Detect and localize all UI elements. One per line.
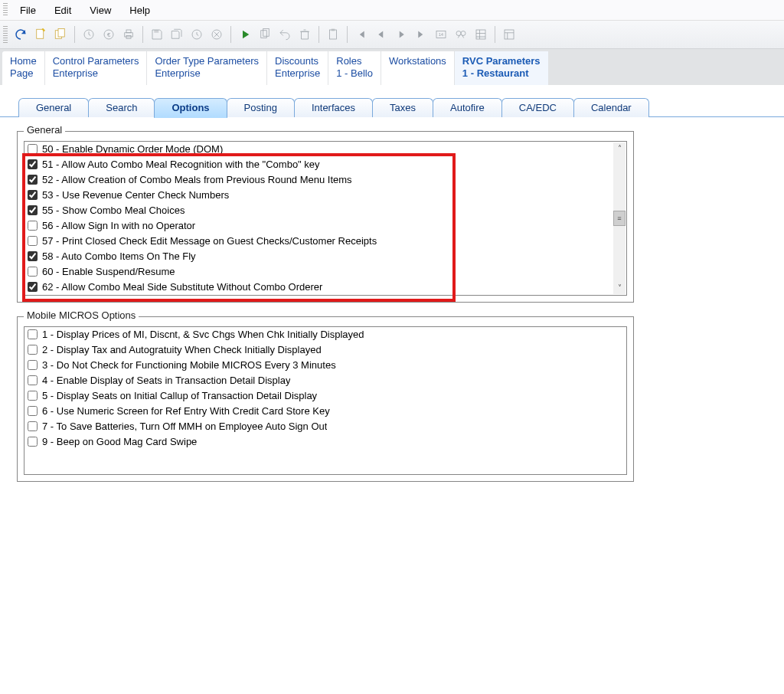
- nav-tab-subtitle: 1 - Restaurant: [462, 67, 541, 80]
- new-doc-icon[interactable]: [31, 25, 50, 44]
- undo-icon[interactable]: [276, 25, 294, 44]
- option-row[interactable]: 6 - Use Numeric Screen for Ref Entry Wit…: [24, 404, 626, 419]
- option-row[interactable]: 3 - Do Not Check for Functioning Mobile …: [24, 358, 626, 373]
- option-checkbox[interactable]: [28, 345, 38, 355]
- nav-tab-subtitle: [389, 67, 446, 80]
- sub-tab[interactable]: Autofire: [433, 98, 502, 117]
- option-checkbox[interactable]: [28, 144, 38, 154]
- option-row[interactable]: 9 - Beep on Good Mag Card Swipe: [24, 434, 626, 450]
- option-checkbox[interactable]: [28, 221, 38, 231]
- nav-tab[interactable]: RVC Parameters1 - Restaurant: [455, 51, 549, 85]
- option-row[interactable]: 50 - Enable Dynamic Order Mode (DOM): [24, 142, 612, 157]
- scroll-up-icon[interactable]: ˄: [614, 142, 625, 155]
- nav-tab[interactable]: HomePage: [2, 51, 45, 85]
- workspace: GeneralSearchOptionsPostingInterfacesTax…: [0, 85, 784, 482]
- option-row[interactable]: 1 - Display Prices of MI, Discnt, & Svc …: [24, 327, 626, 342]
- svg-rect-7: [126, 30, 131, 33]
- currency-icon[interactable]: €: [100, 25, 118, 44]
- option-label: 1 - Display Prices of MI, Discnt, & Svc …: [42, 327, 364, 342]
- scroll-down-icon[interactable]: ˅: [614, 282, 625, 294]
- option-checkbox[interactable]: [28, 437, 38, 447]
- duplicate-doc-icon[interactable]: [51, 25, 70, 44]
- svg-rect-14: [330, 30, 337, 39]
- option-row[interactable]: 58 - Auto Combo Items On The Fly: [24, 249, 612, 264]
- play-icon[interactable]: [236, 25, 254, 44]
- sub-tab[interactable]: General: [18, 98, 89, 117]
- nav-tab[interactable]: Control ParametersEnterprise: [45, 51, 148, 85]
- nav-tab[interactable]: Order Type ParametersEnterprise: [147, 51, 267, 85]
- sub-tab[interactable]: Posting: [227, 98, 295, 117]
- first-icon[interactable]: [352, 25, 371, 44]
- svg-rect-9: [154, 30, 158, 33]
- nav-tab-subtitle: Enterprise: [155, 67, 259, 80]
- grid-icon[interactable]: [472, 25, 490, 44]
- mobile-options-list[interactable]: 1 - Display Prices of MI, Discnt, & Svc …: [24, 326, 627, 475]
- option-checkbox[interactable]: [28, 406, 38, 416]
- sub-tab[interactable]: CA/EDC: [501, 98, 574, 117]
- menu-edit[interactable]: Edit: [45, 2, 80, 18]
- scrollbar[interactable]: ˄ ≡ ˅: [613, 142, 626, 294]
- sub-tab[interactable]: Taxes: [372, 98, 433, 117]
- option-checkbox[interactable]: [28, 360, 38, 370]
- clock-icon[interactable]: [80, 25, 98, 44]
- option-checkbox[interactable]: [28, 159, 38, 169]
- last-icon[interactable]: [412, 25, 430, 44]
- nav-tab[interactable]: DiscountsEnterprise: [267, 51, 328, 85]
- option-row[interactable]: 57 - Print Closed Check Edit Message on …: [24, 234, 612, 249]
- save-icon[interactable]: [148, 25, 166, 44]
- option-checkbox[interactable]: [28, 282, 38, 292]
- option-checkbox[interactable]: [28, 251, 38, 261]
- nav-tab[interactable]: Roles1 - Bello: [328, 51, 381, 85]
- goto-icon[interactable]: 14: [432, 25, 450, 44]
- option-checkbox[interactable]: [28, 236, 38, 246]
- option-row[interactable]: 52 - Allow Creation of Combo Meals from …: [24, 172, 612, 188]
- history-icon[interactable]: [188, 25, 206, 44]
- option-row[interactable]: 2 - Display Tax and Autogratuity When Ch…: [24, 342, 626, 358]
- nav-tab-subtitle: Enterprise: [275, 67, 320, 80]
- general-options-list[interactable]: 50 - Enable Dynamic Order Mode (DOM)51 -…: [24, 141, 627, 296]
- nav-tab[interactable]: Workstations: [381, 51, 455, 85]
- find-icon[interactable]: [452, 25, 470, 44]
- refresh-icon[interactable]: [11, 25, 30, 44]
- option-checkbox[interactable]: [28, 375, 38, 385]
- next-icon[interactable]: [392, 25, 410, 44]
- option-row[interactable]: 55 - Show Combo Meal Choices: [24, 203, 612, 218]
- option-checkbox[interactable]: [28, 329, 38, 339]
- save-all-icon[interactable]: [168, 25, 186, 44]
- scroll-thumb[interactable]: ≡: [613, 211, 626, 226]
- option-checkbox[interactable]: [28, 205, 38, 215]
- option-row[interactable]: 7 - To Save Batteries, Turn Off MMH on E…: [24, 419, 626, 434]
- option-checkbox[interactable]: [28, 190, 38, 200]
- sub-tab[interactable]: Search: [88, 98, 155, 117]
- option-row[interactable]: 4 - Enable Display of Seats in Transacti…: [24, 373, 626, 388]
- option-row[interactable]: 62 - Allow Combo Meal Side Substitute Wi…: [24, 280, 612, 295]
- form-icon[interactable]: [500, 25, 518, 44]
- option-row[interactable]: 51 - Allow Auto Combo Meal Recognition w…: [24, 157, 612, 172]
- prev-icon[interactable]: [372, 25, 390, 44]
- option-row[interactable]: 56 - Allow Sign In with no Operator: [24, 218, 612, 234]
- delete-icon[interactable]: [296, 25, 314, 44]
- menu-file[interactable]: File: [11, 2, 45, 18]
- option-row[interactable]: 53 - Use Revenue Center Check Numbers: [24, 188, 612, 203]
- menu-help[interactable]: Help: [120, 2, 159, 18]
- nav-tab-title: Home: [10, 55, 37, 67]
- paste-icon[interactable]: [324, 25, 342, 44]
- option-checkbox[interactable]: [28, 267, 38, 277]
- menu-view[interactable]: View: [80, 2, 120, 18]
- sub-tab[interactable]: Options: [154, 98, 227, 118]
- menu-bar: File Edit View Help: [0, 0, 784, 21]
- sub-tab[interactable]: Interfaces: [294, 98, 373, 117]
- svg-rect-2: [58, 29, 64, 38]
- nav-tab-subtitle: Page: [10, 67, 37, 80]
- option-row[interactable]: 60 - Enable Suspend/Resume: [24, 264, 612, 280]
- copy-icon[interactable]: [256, 25, 274, 44]
- cancel-icon[interactable]: [207, 25, 226, 44]
- option-checkbox[interactable]: [28, 175, 38, 185]
- option-row[interactable]: 5 - Display Seats on Initial Callup of T…: [24, 388, 626, 404]
- option-label: 9 - Beep on Good Mag Card Swipe: [42, 434, 197, 450]
- print-icon[interactable]: [119, 25, 138, 44]
- svg-rect-6: [125, 33, 133, 37]
- option-checkbox[interactable]: [28, 421, 38, 431]
- option-checkbox[interactable]: [28, 391, 38, 401]
- sub-tab[interactable]: Calendar: [573, 98, 649, 117]
